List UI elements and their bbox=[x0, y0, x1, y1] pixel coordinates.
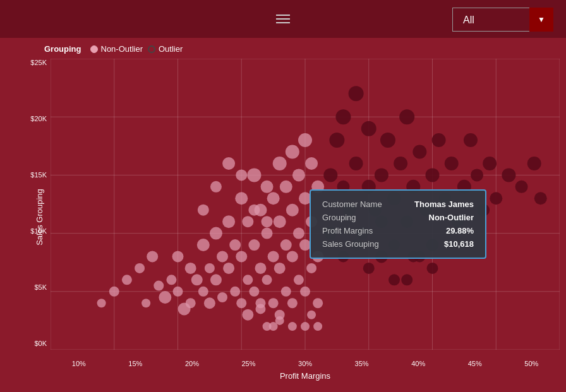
non-outlier-dot bbox=[210, 227, 222, 240]
outlier-dot bbox=[349, 157, 363, 170]
non-outlier-dot bbox=[248, 205, 260, 216]
non-outlier-dot bbox=[294, 275, 304, 285]
non-outlier-dot bbox=[287, 298, 298, 308]
non-outlier-dot bbox=[236, 251, 247, 262]
non-outlier-dot bbox=[198, 287, 208, 297]
non-outlier-dot bbox=[262, 228, 273, 239]
non-outlier-dot bbox=[306, 263, 316, 273]
x-tick-label: 35% bbox=[334, 360, 390, 367]
hamburger-icon[interactable] bbox=[276, 15, 290, 23]
legend-non-outlier: Non-Outlier bbox=[90, 44, 143, 54]
x-tick-label: 50% bbox=[503, 360, 560, 367]
non-outlier-dot bbox=[298, 133, 312, 147]
outlier-dot bbox=[445, 157, 459, 170]
y-tick-label: $15K bbox=[23, 171, 51, 179]
non-outlier-dot bbox=[222, 215, 235, 228]
non-outlier-dot bbox=[313, 322, 322, 331]
non-outlier-dot bbox=[307, 311, 316, 319]
outlier-dot bbox=[388, 274, 400, 285]
outlier-dot-icon bbox=[148, 45, 155, 53]
non-outlier-dot bbox=[268, 298, 279, 308]
non-outlier-label: Non-Outlier bbox=[101, 44, 143, 54]
outlier-dot bbox=[349, 86, 364, 101]
tooltip-customer-row: Customer Name Thomas James bbox=[322, 199, 474, 209]
outlier-dot bbox=[534, 192, 547, 205]
non-outlier-dot-icon bbox=[90, 45, 98, 53]
legend-grouping-label: Grouping bbox=[44, 44, 81, 54]
non-outlier-dot bbox=[210, 181, 222, 193]
x-tick-label: 25% bbox=[220, 360, 277, 367]
non-outlier-dot bbox=[185, 263, 196, 274]
non-outlier-dot bbox=[274, 215, 286, 228]
non-outlier-dot bbox=[172, 251, 184, 262]
non-outlier-dot bbox=[135, 263, 145, 273]
outlier-dot bbox=[363, 263, 375, 274]
tooltip-customer-key: Customer Name bbox=[322, 199, 382, 209]
x-tick-label: 40% bbox=[390, 360, 447, 367]
non-outlier-dot bbox=[173, 287, 183, 297]
non-outlier-dot bbox=[274, 263, 286, 274]
non-outlier-dot bbox=[236, 169, 247, 181]
legend-outlier: Outlier bbox=[148, 44, 183, 54]
non-outlier-dot bbox=[122, 275, 132, 285]
x-tick-label: 45% bbox=[447, 360, 503, 367]
non-outlier-dot bbox=[242, 309, 253, 321]
non-outlier-dot bbox=[147, 251, 158, 262]
non-outlier-dot bbox=[210, 274, 222, 285]
tooltip-grouping-value: Non-Outlier bbox=[429, 213, 474, 222]
tooltip-customer-value: Thomas James bbox=[414, 199, 474, 209]
non-outlier-dot bbox=[204, 297, 215, 309]
x-axis-label: Profit Margins bbox=[280, 371, 330, 381]
filter-dropdown[interactable]: AllNon-OutlierOutlier bbox=[452, 8, 553, 32]
x-tick-label: 20% bbox=[164, 360, 220, 367]
outlier-dot bbox=[426, 168, 440, 182]
non-outlier-dot bbox=[287, 251, 298, 262]
non-outlier-dot bbox=[247, 168, 261, 182]
non-outlier-dot bbox=[280, 239, 292, 251]
non-outlier-dot bbox=[222, 157, 235, 170]
outlier-dot bbox=[329, 133, 344, 148]
non-outlier-dot bbox=[281, 287, 291, 297]
non-outlier-dot bbox=[261, 181, 274, 193]
outlier-dot bbox=[399, 109, 414, 124]
outlier-dot bbox=[464, 133, 478, 147]
non-outlier-dot bbox=[288, 322, 297, 331]
non-outlier-dot bbox=[262, 275, 272, 285]
non-outlier-dot bbox=[159, 291, 171, 304]
tooltip-grouping-row: Grouping Non-Outlier bbox=[322, 213, 474, 222]
non-outlier-dot bbox=[109, 287, 119, 297]
header-bar: AllNon-OutlierOutlier bbox=[0, 0, 566, 38]
non-outlier-dot bbox=[166, 275, 176, 285]
non-outlier-dot bbox=[198, 205, 209, 216]
non-outlier-dot bbox=[293, 228, 304, 239]
outlier-dot bbox=[335, 109, 351, 124]
non-outlier-dot bbox=[305, 157, 318, 170]
non-outlier-dot bbox=[249, 287, 259, 297]
outlier-dot bbox=[515, 181, 528, 193]
tooltip-profit-value: 29.88% bbox=[446, 226, 474, 235]
non-outlier-dot bbox=[273, 157, 287, 170]
tooltip-profit-key: Profit Margins bbox=[322, 226, 373, 235]
non-outlier-dot bbox=[97, 299, 106, 307]
outlier-label: Outlier bbox=[159, 44, 183, 54]
non-outlier-dot bbox=[186, 298, 196, 308]
outlier-dot bbox=[380, 133, 395, 148]
non-outlier-dot bbox=[243, 275, 253, 285]
non-outlier-dot bbox=[205, 263, 215, 273]
outlier-dot bbox=[527, 157, 541, 170]
non-outlier-dot bbox=[217, 251, 228, 262]
non-outlier-dot bbox=[229, 239, 241, 251]
tooltip-grouping-key: Grouping bbox=[322, 213, 356, 222]
non-outlier-dot bbox=[300, 287, 310, 297]
outlier-dot bbox=[394, 157, 407, 170]
non-outlier-dot bbox=[267, 192, 280, 205]
tooltip-profit-row: Profit Margins 29.88% bbox=[322, 226, 474, 235]
y-tick-label: $0K bbox=[23, 340, 51, 347]
tooltip: Customer Name Thomas James Grouping Non-… bbox=[310, 189, 486, 259]
non-outlier-dot bbox=[142, 299, 150, 307]
outlier-dot bbox=[401, 274, 412, 285]
tooltip-sales-key: Sales Grouping bbox=[322, 239, 379, 249]
non-outlier-dot bbox=[275, 316, 284, 325]
tooltip-sales-row: Sales Grouping $10,618 bbox=[322, 239, 474, 249]
non-outlier-dot bbox=[262, 216, 273, 227]
